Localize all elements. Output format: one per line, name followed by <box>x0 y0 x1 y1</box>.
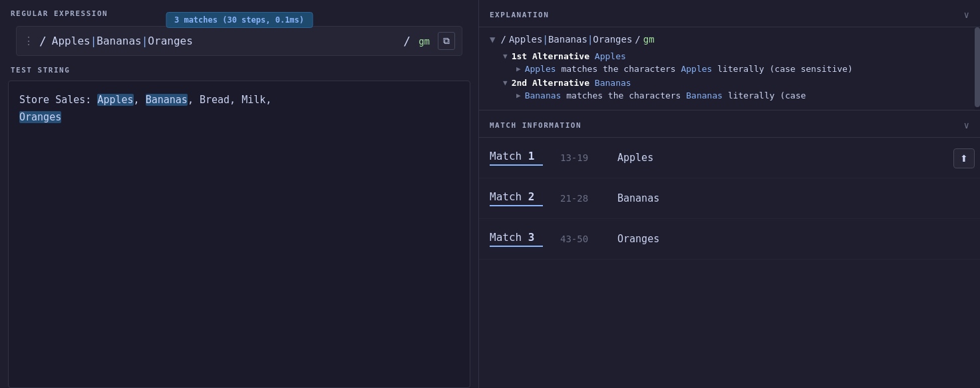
regex-open-slash: / <box>39 34 47 48</box>
alt1-children: ▶ Apples matches the characters Apples l… <box>503 64 969 74</box>
regex-options-icon[interactable]: ⋮ <box>23 35 34 47</box>
explanation-header: EXPLANATION ∨ <box>479 0 980 27</box>
match3-text: Match <box>490 231 528 244</box>
match3-label: Match 3 <box>490 231 534 244</box>
alt2-child-arrow[interactable]: ▶ <box>516 91 521 100</box>
match2-label-wrap: Match 2 <box>490 190 550 206</box>
explanation-regex-line: ▼ / Apples|Bananas|Oranges / gm <box>490 34 969 45</box>
explanation-content: ▼ / Apples|Bananas|Oranges / gm ▼ 1st Al… <box>479 27 980 110</box>
alt2-child-code: Bananas <box>525 91 562 100</box>
match-row-1: Match 1 13-19 Apples <box>479 138 980 178</box>
explanation-scrollbar-thumb[interactable] <box>975 27 980 107</box>
alt2-child-code2: Bananas <box>686 91 723 100</box>
match-info-title: MATCH INFORMATION <box>490 121 581 130</box>
test-string-comma1: , <box>134 94 146 106</box>
exp-open-slash: / <box>500 34 506 45</box>
regex-close-slash: / <box>403 34 410 48</box>
regex-part-apples: Apples <box>52 35 90 47</box>
alt2-children: ▶ Bananas matches the characters Bananas… <box>503 91 969 100</box>
alt2-child-label: Bananas matches the characters Bananas l… <box>525 91 806 100</box>
alt1-child1: ▶ Apples matches the characters Apples l… <box>516 64 969 74</box>
match1-value: Apples <box>617 152 653 164</box>
alt1-child-arrow[interactable]: ▶ <box>516 65 521 73</box>
right-panel: EXPLANATION ∨ ▼ / Apples|Bananas|Oranges… <box>479 0 980 388</box>
alt1-label: 1st Alternative Apples <box>512 51 626 61</box>
match-info-section: MATCH INFORMATION ∨ ⬆ Match 1 13-19 Appl… <box>479 110 980 388</box>
match3-label-wrap: Match 3 <box>490 231 550 247</box>
alt1-arrow[interactable]: ▼ <box>503 52 508 61</box>
exp-flags: gm <box>643 34 655 45</box>
match1-text: Match <box>490 150 528 162</box>
match3-num: 3 <box>528 231 535 244</box>
exp-oranges: Oranges <box>593 34 632 45</box>
exp-bananas: Bananas <box>548 34 587 45</box>
alt1-child-label: Apples matches the characters Apples lit… <box>525 64 853 74</box>
highlight-oranges: Oranges <box>19 111 61 123</box>
share-button[interactable]: ⬆ <box>953 148 975 168</box>
regex-bar: ⋮ / Apples|Bananas|Oranges / gm ⧉ <box>16 26 462 56</box>
explanation-title: EXPLANATION <box>490 11 549 19</box>
exp-regex-pattern: Apples|Bananas|Oranges <box>509 34 632 45</box>
test-string-label: TEST STRING <box>11 66 70 75</box>
alt2-item: ▼ 2nd Alternative Bananas <box>503 78 969 88</box>
exp-apples: Apples <box>509 34 543 45</box>
alt2-container: ▼ 2nd Alternative Bananas ▶ Bananas matc… <box>490 78 969 100</box>
match-row-2: Match 2 21-28 Bananas <box>479 178 980 219</box>
match2-value: Bananas <box>617 192 659 204</box>
alt1-code: Apples <box>595 51 626 61</box>
test-string-before: Store Sales: <box>19 94 97 106</box>
match2-num: 2 <box>528 190 535 203</box>
alt2-arrow[interactable]: ▼ <box>503 79 508 87</box>
match-info-collapse-button[interactable]: ∨ <box>964 120 969 130</box>
regex-pipe-1: | <box>90 35 97 47</box>
explanation-scrollbar-track[interactable] <box>975 27 980 110</box>
regex-part-oranges: Oranges <box>148 35 192 47</box>
alt2-code: Bananas <box>595 78 631 88</box>
alt2-bold: 2nd Alternative <box>512 78 589 88</box>
match-badge: 3 matches (30 steps, 0.1ms) <box>166 12 313 28</box>
left-panel: REGULAR EXPRESSION 3 matches (30 steps, … <box>0 0 479 388</box>
test-string-area[interactable]: Store Sales: Apples, Bananas, Bread, Mil… <box>8 81 470 388</box>
explanation-tree-arrow[interactable]: ▼ <box>490 34 495 45</box>
match1-label-wrap: Match 1 <box>490 150 550 166</box>
regex-flags[interactable]: gm <box>416 36 432 47</box>
match2-underline <box>490 205 543 206</box>
match-row-3: Match 3 43-50 Oranges <box>479 219 980 260</box>
highlight-apples: Apples <box>97 94 133 106</box>
alt2-label: 2nd Alternative Bananas <box>512 78 631 88</box>
match2-text: Match <box>490 190 528 203</box>
highlight-bananas: Bananas <box>146 94 188 106</box>
match2-range: 21-28 <box>560 193 607 204</box>
regex-part-bananas: Bananas <box>96 35 141 47</box>
match1-label: Match 1 <box>490 150 534 162</box>
match-info-header: MATCH INFORMATION ∨ <box>479 110 980 138</box>
match3-value: Oranges <box>617 233 659 245</box>
alt2-child1: ▶ Bananas matches the characters Bananas… <box>516 91 969 100</box>
alt1-child-code2: Apples <box>681 64 712 74</box>
match2-label: Match 2 <box>490 190 534 203</box>
match3-range: 43-50 <box>560 234 607 244</box>
match-list: ⬆ Match 1 13-19 Apples Match 2 <box>479 138 980 388</box>
match3-underline <box>490 246 543 247</box>
test-string-rest1: , Bread, Milk, <box>188 94 271 106</box>
regex-pipe-2: | <box>142 35 148 47</box>
exp-close-slash: / <box>635 34 640 45</box>
alt1-bold: 1st Alternative <box>512 51 589 61</box>
alt1-item: ▼ 1st Alternative Apples <box>503 51 969 61</box>
match1-underline <box>490 164 543 166</box>
regex-pattern[interactable]: Apples|Bananas|Oranges <box>52 35 398 47</box>
copy-button[interactable]: ⧉ <box>438 32 455 50</box>
alt1-child-code: Apples <box>525 64 556 74</box>
test-string-header: TEST STRING <box>0 63 478 81</box>
explanation-collapse-button[interactable]: ∨ <box>964 9 969 20</box>
regex-bar-container: ⋮ / Apples|Bananas|Oranges / gm ⧉ <box>0 22 478 63</box>
match1-num: 1 <box>528 150 535 162</box>
regex-section-label: REGULAR EXPRESSION <box>11 9 108 18</box>
match1-range: 13-19 <box>560 152 607 163</box>
exp-pipe1: | <box>542 34 548 45</box>
alt1-container: ▼ 1st Alternative Apples ▶ Apples matche… <box>490 51 969 74</box>
regex-top-row: REGULAR EXPRESSION 3 matches (30 steps, … <box>0 0 478 22</box>
